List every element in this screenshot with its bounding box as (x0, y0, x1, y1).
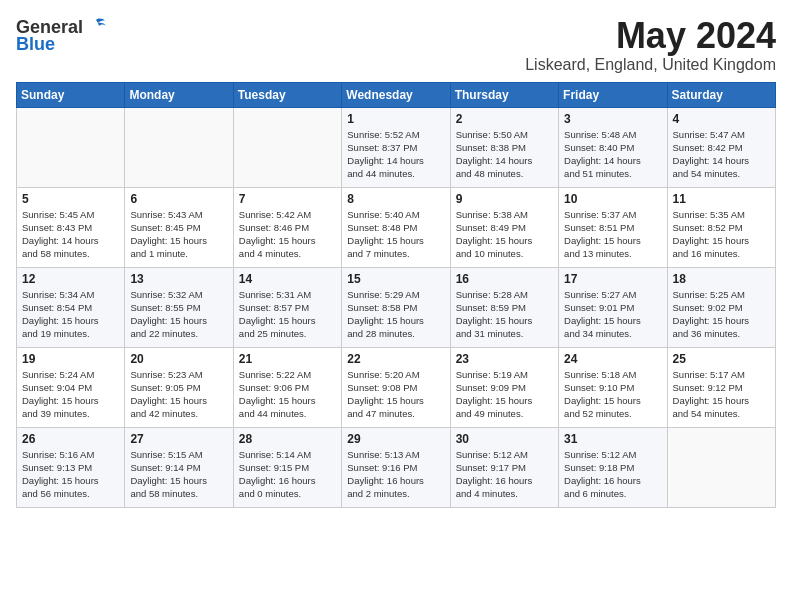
day-detail: Sunrise: 5:19 AM Sunset: 9:09 PM Dayligh… (456, 368, 553, 421)
day-detail: Sunrise: 5:25 AM Sunset: 9:02 PM Dayligh… (673, 288, 770, 341)
day-header-sunday: Sunday (17, 82, 125, 107)
day-cell-30: 30Sunrise: 5:12 AM Sunset: 9:17 PM Dayli… (450, 427, 558, 507)
logo-bird-icon (85, 16, 107, 38)
day-number: 21 (239, 352, 336, 366)
day-number: 25 (673, 352, 770, 366)
day-cell-31: 31Sunrise: 5:12 AM Sunset: 9:18 PM Dayli… (559, 427, 667, 507)
day-number: 30 (456, 432, 553, 446)
day-header-tuesday: Tuesday (233, 82, 341, 107)
day-cell-2: 2Sunrise: 5:50 AM Sunset: 8:38 PM Daylig… (450, 107, 558, 187)
week-row-2: 5Sunrise: 5:45 AM Sunset: 8:43 PM Daylig… (17, 187, 776, 267)
day-detail: Sunrise: 5:22 AM Sunset: 9:06 PM Dayligh… (239, 368, 336, 421)
day-detail: Sunrise: 5:50 AM Sunset: 8:38 PM Dayligh… (456, 128, 553, 181)
day-detail: Sunrise: 5:12 AM Sunset: 9:18 PM Dayligh… (564, 448, 661, 501)
day-cell-8: 8Sunrise: 5:40 AM Sunset: 8:48 PM Daylig… (342, 187, 450, 267)
day-cell-18: 18Sunrise: 5:25 AM Sunset: 9:02 PM Dayli… (667, 267, 775, 347)
day-number: 19 (22, 352, 119, 366)
day-detail: Sunrise: 5:29 AM Sunset: 8:58 PM Dayligh… (347, 288, 444, 341)
logo: General Blue (16, 16, 107, 55)
day-number: 24 (564, 352, 661, 366)
day-number: 4 (673, 112, 770, 126)
day-detail: Sunrise: 5:15 AM Sunset: 9:14 PM Dayligh… (130, 448, 227, 501)
day-number: 2 (456, 112, 553, 126)
day-number: 31 (564, 432, 661, 446)
day-number: 9 (456, 192, 553, 206)
day-cell-7: 7Sunrise: 5:42 AM Sunset: 8:46 PM Daylig… (233, 187, 341, 267)
day-detail: Sunrise: 5:37 AM Sunset: 8:51 PM Dayligh… (564, 208, 661, 261)
day-cell-22: 22Sunrise: 5:20 AM Sunset: 9:08 PM Dayli… (342, 347, 450, 427)
day-cell-23: 23Sunrise: 5:19 AM Sunset: 9:09 PM Dayli… (450, 347, 558, 427)
day-cell-25: 25Sunrise: 5:17 AM Sunset: 9:12 PM Dayli… (667, 347, 775, 427)
day-number: 23 (456, 352, 553, 366)
day-cell-26: 26Sunrise: 5:16 AM Sunset: 9:13 PM Dayli… (17, 427, 125, 507)
day-cell-29: 29Sunrise: 5:13 AM Sunset: 9:16 PM Dayli… (342, 427, 450, 507)
day-detail: Sunrise: 5:52 AM Sunset: 8:37 PM Dayligh… (347, 128, 444, 181)
day-detail: Sunrise: 5:35 AM Sunset: 8:52 PM Dayligh… (673, 208, 770, 261)
day-detail: Sunrise: 5:13 AM Sunset: 9:16 PM Dayligh… (347, 448, 444, 501)
empty-cell (17, 107, 125, 187)
day-number: 14 (239, 272, 336, 286)
day-cell-1: 1Sunrise: 5:52 AM Sunset: 8:37 PM Daylig… (342, 107, 450, 187)
day-cell-6: 6Sunrise: 5:43 AM Sunset: 8:45 PM Daylig… (125, 187, 233, 267)
empty-cell (125, 107, 233, 187)
day-detail: Sunrise: 5:48 AM Sunset: 8:40 PM Dayligh… (564, 128, 661, 181)
day-cell-3: 3Sunrise: 5:48 AM Sunset: 8:40 PM Daylig… (559, 107, 667, 187)
day-detail: Sunrise: 5:12 AM Sunset: 9:17 PM Dayligh… (456, 448, 553, 501)
day-number: 1 (347, 112, 444, 126)
day-header-thursday: Thursday (450, 82, 558, 107)
day-detail: Sunrise: 5:23 AM Sunset: 9:05 PM Dayligh… (130, 368, 227, 421)
day-header-friday: Friday (559, 82, 667, 107)
day-number: 11 (673, 192, 770, 206)
title-area: May 2024 Liskeard, England, United Kingd… (525, 16, 776, 74)
day-cell-5: 5Sunrise: 5:45 AM Sunset: 8:43 PM Daylig… (17, 187, 125, 267)
day-detail: Sunrise: 5:20 AM Sunset: 9:08 PM Dayligh… (347, 368, 444, 421)
day-number: 15 (347, 272, 444, 286)
logo-blue: Blue (16, 34, 55, 55)
month-title: May 2024 (525, 16, 776, 56)
day-detail: Sunrise: 5:42 AM Sunset: 8:46 PM Dayligh… (239, 208, 336, 261)
day-number: 16 (456, 272, 553, 286)
day-number: 10 (564, 192, 661, 206)
day-cell-11: 11Sunrise: 5:35 AM Sunset: 8:52 PM Dayli… (667, 187, 775, 267)
day-cell-15: 15Sunrise: 5:29 AM Sunset: 8:58 PM Dayli… (342, 267, 450, 347)
day-cell-17: 17Sunrise: 5:27 AM Sunset: 9:01 PM Dayli… (559, 267, 667, 347)
header: General Blue May 2024 Liskeard, England,… (16, 16, 776, 74)
day-number: 5 (22, 192, 119, 206)
day-detail: Sunrise: 5:45 AM Sunset: 8:43 PM Dayligh… (22, 208, 119, 261)
day-cell-9: 9Sunrise: 5:38 AM Sunset: 8:49 PM Daylig… (450, 187, 558, 267)
day-detail: Sunrise: 5:16 AM Sunset: 9:13 PM Dayligh… (22, 448, 119, 501)
day-cell-14: 14Sunrise: 5:31 AM Sunset: 8:57 PM Dayli… (233, 267, 341, 347)
day-number: 7 (239, 192, 336, 206)
day-detail: Sunrise: 5:31 AM Sunset: 8:57 PM Dayligh… (239, 288, 336, 341)
day-cell-27: 27Sunrise: 5:15 AM Sunset: 9:14 PM Dayli… (125, 427, 233, 507)
day-detail: Sunrise: 5:43 AM Sunset: 8:45 PM Dayligh… (130, 208, 227, 261)
day-detail: Sunrise: 5:27 AM Sunset: 9:01 PM Dayligh… (564, 288, 661, 341)
day-detail: Sunrise: 5:38 AM Sunset: 8:49 PM Dayligh… (456, 208, 553, 261)
week-row-3: 12Sunrise: 5:34 AM Sunset: 8:54 PM Dayli… (17, 267, 776, 347)
day-detail: Sunrise: 5:18 AM Sunset: 9:10 PM Dayligh… (564, 368, 661, 421)
day-number: 28 (239, 432, 336, 446)
calendar-table: SundayMondayTuesdayWednesdayThursdayFrid… (16, 82, 776, 508)
day-number: 27 (130, 432, 227, 446)
day-detail: Sunrise: 5:47 AM Sunset: 8:42 PM Dayligh… (673, 128, 770, 181)
day-cell-20: 20Sunrise: 5:23 AM Sunset: 9:05 PM Dayli… (125, 347, 233, 427)
day-detail: Sunrise: 5:32 AM Sunset: 8:55 PM Dayligh… (130, 288, 227, 341)
week-row-4: 19Sunrise: 5:24 AM Sunset: 9:04 PM Dayli… (17, 347, 776, 427)
day-header-monday: Monday (125, 82, 233, 107)
week-row-1: 1Sunrise: 5:52 AM Sunset: 8:37 PM Daylig… (17, 107, 776, 187)
day-detail: Sunrise: 5:40 AM Sunset: 8:48 PM Dayligh… (347, 208, 444, 261)
day-number: 20 (130, 352, 227, 366)
day-cell-4: 4Sunrise: 5:47 AM Sunset: 8:42 PM Daylig… (667, 107, 775, 187)
week-row-5: 26Sunrise: 5:16 AM Sunset: 9:13 PM Dayli… (17, 427, 776, 507)
day-number: 12 (22, 272, 119, 286)
empty-cell (667, 427, 775, 507)
day-cell-16: 16Sunrise: 5:28 AM Sunset: 8:59 PM Dayli… (450, 267, 558, 347)
day-detail: Sunrise: 5:17 AM Sunset: 9:12 PM Dayligh… (673, 368, 770, 421)
day-cell-21: 21Sunrise: 5:22 AM Sunset: 9:06 PM Dayli… (233, 347, 341, 427)
day-detail: Sunrise: 5:24 AM Sunset: 9:04 PM Dayligh… (22, 368, 119, 421)
day-number: 22 (347, 352, 444, 366)
day-cell-12: 12Sunrise: 5:34 AM Sunset: 8:54 PM Dayli… (17, 267, 125, 347)
empty-cell (233, 107, 341, 187)
day-detail: Sunrise: 5:34 AM Sunset: 8:54 PM Dayligh… (22, 288, 119, 341)
day-header-wednesday: Wednesday (342, 82, 450, 107)
